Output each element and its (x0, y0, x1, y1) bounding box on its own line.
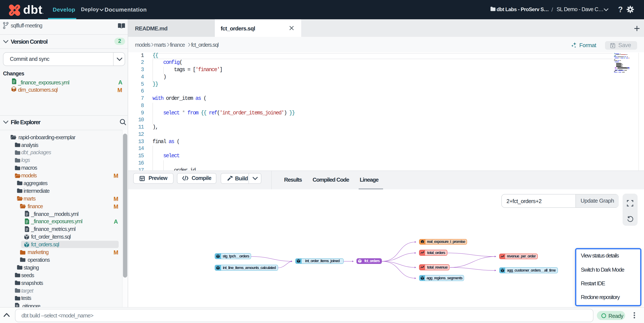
svg-text:?: ? (618, 5, 623, 14)
